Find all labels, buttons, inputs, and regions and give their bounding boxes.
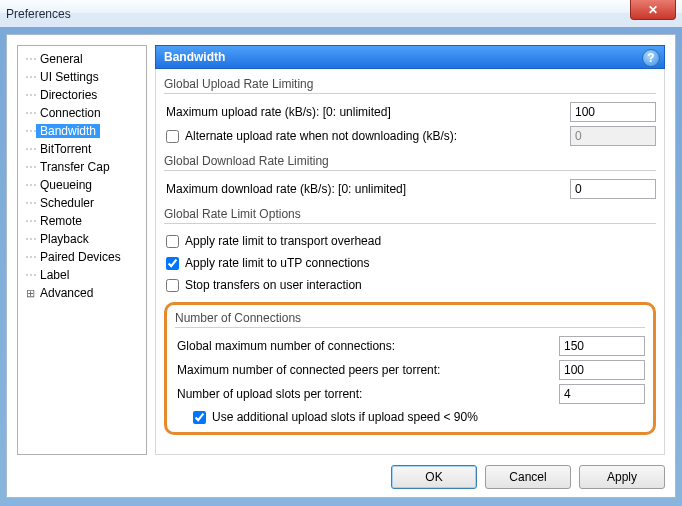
cancel-label: Cancel xyxy=(509,470,546,484)
alt-upload-checkbox[interactable] xyxy=(166,130,179,143)
sidebar-item-connection[interactable]: ⋯Connection xyxy=(20,104,144,122)
utp-checkbox[interactable] xyxy=(166,257,179,270)
extra-slots-label: Use additional upload slots if upload sp… xyxy=(212,410,478,424)
sidebar-item-label: Label xyxy=(36,268,73,282)
group-download: Global Download Rate Limiting Maximum do… xyxy=(164,154,656,201)
sidebar-item-directories[interactable]: ⋯Directories xyxy=(20,86,144,104)
sidebar-item-bandwidth[interactable]: ⋯Bandwidth xyxy=(20,122,144,140)
max-upload-input[interactable] xyxy=(570,102,656,122)
sidebar-item-label: Transfer Cap xyxy=(36,160,114,174)
group-limits: Global Rate Limit Options Apply rate lim… xyxy=(164,207,656,296)
sidebar-item-label[interactable]: ⋯Label xyxy=(20,266,144,284)
group-title-limits: Global Rate Limit Options xyxy=(164,207,656,224)
tree-dots-icon: ⋯ xyxy=(24,268,36,282)
sidebar-item-label: General xyxy=(36,52,87,66)
group-connections: Number of Connections Global maximum num… xyxy=(175,311,645,428)
tree-dots-icon: ⋯ xyxy=(24,52,36,66)
expand-icon[interactable]: ⊞ xyxy=(24,287,36,300)
window-title: Preferences xyxy=(6,7,71,21)
sidebar-item-playback[interactable]: ⋯Playback xyxy=(20,230,144,248)
cancel-button[interactable]: Cancel xyxy=(485,465,571,489)
max-download-label: Maximum download rate (kB/s): [0: unlimi… xyxy=(164,182,570,196)
close-icon: ✕ xyxy=(648,3,658,17)
apply-button[interactable]: Apply xyxy=(579,465,665,489)
help-button[interactable]: ? xyxy=(642,49,660,67)
sidebar-item-general[interactable]: ⋯General xyxy=(20,50,144,68)
sidebar-item-paired-devices[interactable]: ⋯Paired Devices xyxy=(20,248,144,266)
peers-input[interactable] xyxy=(559,360,645,380)
tree-dots-icon: ⋯ xyxy=(24,178,36,192)
alt-upload-input xyxy=(570,126,656,146)
sidebar-item-advanced[interactable]: ⊞Advanced xyxy=(20,284,144,302)
sidebar-item-label: BitTorrent xyxy=(36,142,95,156)
sidebar-item-label: Paired Devices xyxy=(36,250,125,264)
stop-checkbox[interactable] xyxy=(166,279,179,292)
group-upload: Global Upload Rate Limiting Maximum uplo… xyxy=(164,77,656,148)
sidebar-item-label: Bandwidth xyxy=(36,124,100,138)
content-panel: Bandwidth ? Global Upload Rate Limiting … xyxy=(155,45,665,455)
stop-label: Stop transfers on user interaction xyxy=(185,278,362,292)
category-tree: ⋯General ⋯UI Settings ⋯Directories ⋯Conn… xyxy=(17,45,147,455)
extra-slots-checkbox[interactable] xyxy=(193,411,206,424)
ok-label: OK xyxy=(425,470,442,484)
sidebar-item-bittorrent[interactable]: ⋯BitTorrent xyxy=(20,140,144,158)
sidebar-item-scheduler[interactable]: ⋯Scheduler xyxy=(20,194,144,212)
utp-label: Apply rate limit to uTP connections xyxy=(185,256,370,270)
tree-dots-icon: ⋯ xyxy=(24,88,36,102)
tree-dots-icon: ⋯ xyxy=(24,70,36,84)
tree-dots-icon: ⋯ xyxy=(24,214,36,228)
sidebar-item-label: Playback xyxy=(36,232,93,246)
dialog-buttons: OK Cancel Apply xyxy=(17,455,665,489)
tree-dots-icon: ⋯ xyxy=(24,124,36,138)
overhead-checkbox[interactable] xyxy=(166,235,179,248)
tree-dots-icon: ⋯ xyxy=(24,142,36,156)
sidebar-item-label: Queueing xyxy=(36,178,96,192)
slots-label: Number of upload slots per torrent: xyxy=(175,387,559,401)
panel-header: Bandwidth ? xyxy=(155,45,665,69)
sidebar-item-ui-settings[interactable]: ⋯UI Settings xyxy=(20,68,144,86)
sidebar-item-queueing[interactable]: ⋯Queueing xyxy=(20,176,144,194)
sidebar-item-label: Remote xyxy=(36,214,86,228)
apply-label: Apply xyxy=(607,470,637,484)
overhead-label: Apply rate limit to transport overhead xyxy=(185,234,381,248)
sidebar-item-label: Advanced xyxy=(36,286,97,300)
tree-dots-icon: ⋯ xyxy=(24,232,36,246)
tree-dots-icon: ⋯ xyxy=(24,106,36,120)
sidebar-item-label: Connection xyxy=(36,106,105,120)
sidebar-item-label: Scheduler xyxy=(36,196,98,210)
sidebar-item-label: Directories xyxy=(36,88,101,102)
tree-dots-icon: ⋯ xyxy=(24,160,36,174)
panel-title: Bandwidth xyxy=(164,50,225,64)
tree-dots-icon: ⋯ xyxy=(24,250,36,264)
close-button[interactable]: ✕ xyxy=(630,0,676,20)
window-body: ⋯General ⋯UI Settings ⋯Directories ⋯Conn… xyxy=(6,34,676,498)
max-upload-label: Maximum upload rate (kB/s): [0: unlimite… xyxy=(164,105,570,119)
sidebar-item-transfer-cap[interactable]: ⋯Transfer Cap xyxy=(20,158,144,176)
slots-input[interactable] xyxy=(559,384,645,404)
ok-button[interactable]: OK xyxy=(391,465,477,489)
group-title-download: Global Download Rate Limiting xyxy=(164,154,656,171)
alt-upload-label: Alternate upload rate when not downloadi… xyxy=(185,129,457,143)
group-connections-highlight: Number of Connections Global maximum num… xyxy=(164,302,656,435)
sidebar-item-remote[interactable]: ⋯Remote xyxy=(20,212,144,230)
max-download-input[interactable] xyxy=(570,179,656,199)
tree-dots-icon: ⋯ xyxy=(24,196,36,210)
group-title-connections: Number of Connections xyxy=(175,311,645,328)
group-title-upload: Global Upload Rate Limiting xyxy=(164,77,656,94)
global-conn-input[interactable] xyxy=(559,336,645,356)
peers-label: Maximum number of connected peers per to… xyxy=(175,363,559,377)
help-icon: ? xyxy=(647,51,654,65)
panel-body: Global Upload Rate Limiting Maximum uplo… xyxy=(155,69,665,455)
sidebar-item-label: UI Settings xyxy=(36,70,103,84)
title-bar: Preferences ✕ xyxy=(0,0,682,28)
global-conn-label: Global maximum number of connections: xyxy=(175,339,559,353)
